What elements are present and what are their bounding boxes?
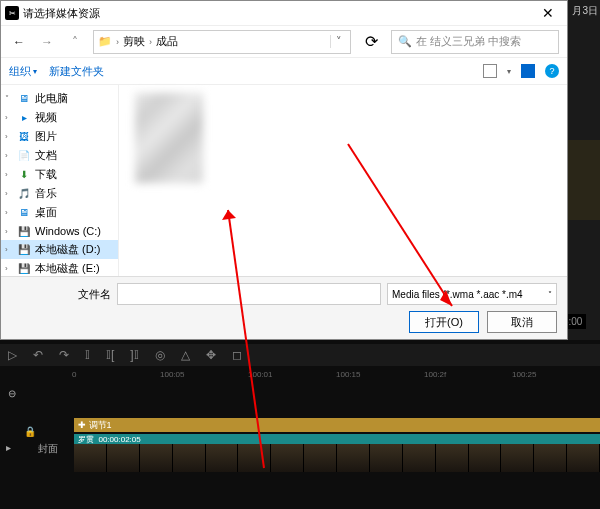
sidebar-drive-d[interactable]: ›💾本地磁盘 (D:)	[1, 240, 118, 259]
file-thumbnail[interactable]	[135, 93, 203, 183]
redo-button[interactable]: ↷	[59, 348, 69, 362]
sidebar-downloads[interactable]: ›⬇下载	[1, 165, 118, 184]
undo-button[interactable]: ↶	[33, 348, 43, 362]
open-button[interactable]: 打开(O)	[409, 311, 479, 333]
refresh-button[interactable]: ⟳	[359, 30, 383, 54]
dialog-title: 请选择媒体资源	[23, 6, 533, 21]
editor-right-panel: 月3日	[565, 0, 600, 340]
path-seg[interactable]: 剪映	[123, 34, 145, 49]
sidebar-documents[interactable]: ›📄文档	[1, 146, 118, 165]
path-dropdown[interactable]: ˅	[330, 35, 346, 48]
folder-icon: 📁	[98, 35, 112, 48]
sidebar: ˅🖥此电脑 ›▸视频 ›🖼图片 ›📄文档 ›⬇下载 ›🎵音乐 ›🖥桌面 ›💾Wi…	[1, 85, 119, 285]
app-icon: ✂	[5, 6, 19, 20]
chevron-right-icon: ›	[116, 37, 119, 47]
filename-input[interactable]	[117, 283, 381, 305]
timeline-ruler[interactable]: 0100:05100:01100:15100:2f100:25	[72, 370, 600, 384]
adjustment-track-header[interactable]: ✚ 调节1	[74, 418, 600, 432]
back-button[interactable]: ←	[9, 32, 29, 52]
path-box[interactable]: 📁 › 剪映 › 成品 ˅	[93, 30, 351, 54]
adjust-icon: ✚	[78, 420, 86, 430]
video-track[interactable]	[74, 444, 600, 472]
titlebar: ✂ 请选择媒体资源 ✕	[1, 1, 567, 25]
close-button[interactable]: ✕	[533, 5, 563, 21]
sidebar-this-pc[interactable]: ˅🖥此电脑	[1, 89, 118, 108]
track-label-cover[interactable]: 封面	[38, 442, 58, 456]
search-icon: 🔍	[398, 35, 412, 48]
chevron-right-icon: ›	[149, 37, 152, 47]
help-button[interactable]: ?	[545, 64, 559, 78]
record-tool[interactable]: ◎	[155, 348, 165, 362]
timeline-toolbar: ▷ ↶ ↷ 𝕀 𝕀[ ]𝕀 ◎ △ ✥ ◻	[0, 344, 600, 366]
filetype-filter[interactable]: Media files (*.wma *.aac *.m4˅	[387, 283, 557, 305]
split-tool[interactable]: 𝕀	[85, 348, 90, 362]
date-fragment: 月3日	[572, 4, 598, 18]
search-input[interactable]: 🔍 在 结义三兄弟 中搜索	[391, 30, 559, 54]
track-toggle-icon[interactable]: ⊖	[8, 388, 16, 399]
move-tool[interactable]: ✥	[206, 348, 216, 362]
sidebar-music[interactable]: ›🎵音乐	[1, 184, 118, 203]
trim-left-tool[interactable]: 𝕀[	[106, 348, 114, 362]
sidebar-drive-c[interactable]: ›💾Windows (C:)	[1, 222, 118, 240]
forward-button[interactable]: →	[37, 32, 57, 52]
up-button[interactable]: ˄	[65, 32, 85, 52]
sidebar-desktop[interactable]: ›🖥桌面	[1, 203, 118, 222]
new-folder-button[interactable]: 新建文件夹	[49, 64, 104, 79]
track-collapse-icon[interactable]: ▸	[6, 442, 11, 453]
triangle-tool[interactable]: △	[181, 348, 190, 362]
path-seg[interactable]: 成品	[156, 34, 178, 49]
search-placeholder: 在 结义三兄弟 中搜索	[416, 34, 521, 49]
clip-time-strip[interactable]: 罗贯 00:00:02:05	[74, 434, 600, 444]
toolbar: 组织▾ 新建文件夹 ▾ ?	[1, 57, 567, 85]
crop-tool[interactable]: ◻	[232, 348, 242, 362]
track-lock-icon[interactable]: 🔒	[24, 426, 36, 437]
view-button[interactable]	[483, 64, 497, 78]
file-open-dialog: ✂ 请选择媒体资源 ✕ ← → ˄ 📁 › 剪映 › 成品 ˅ ⟳ 🔍 在 结义…	[0, 0, 568, 340]
sidebar-pictures[interactable]: ›🖼图片	[1, 127, 118, 146]
file-list[interactable]	[119, 85, 567, 285]
cancel-button[interactable]: 取消	[487, 311, 557, 333]
video-thumbnail[interactable]	[565, 140, 600, 220]
filename-label: 文件名	[11, 287, 111, 302]
sidebar-videos[interactable]: ›▸视频	[1, 108, 118, 127]
nav-row: ← → ˄ 📁 › 剪映 › 成品 ˅ ⟳ 🔍 在 结义三兄弟 中搜索	[1, 25, 567, 57]
preview-button[interactable]	[521, 64, 535, 78]
organize-menu[interactable]: 组织▾	[9, 64, 37, 79]
trim-right-tool[interactable]: ]𝕀	[130, 348, 138, 362]
dialog-footer: 文件名 Media files (*.wma *.aac *.m4˅ 打开(O)…	[1, 276, 567, 339]
cursor-tool[interactable]: ▷	[8, 348, 17, 362]
